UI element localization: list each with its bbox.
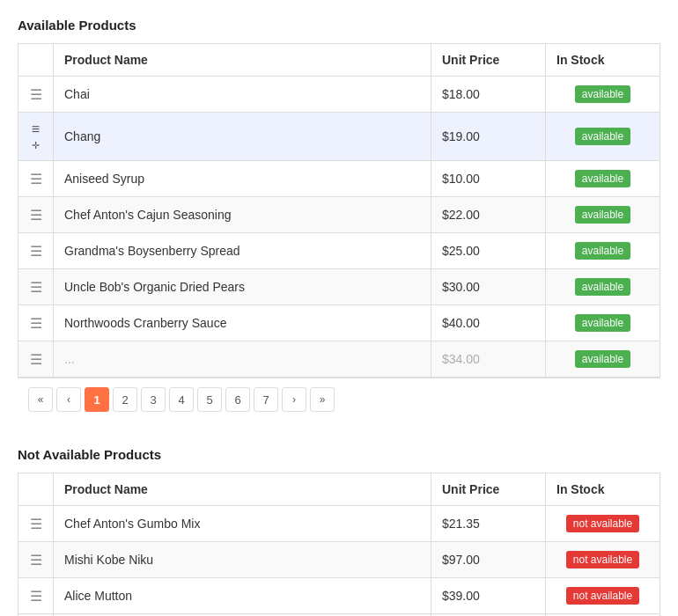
stock-cell: available — [546, 269, 660, 305]
unit-price-cell: $21.35 — [431, 506, 546, 542]
product-name-cell: Chef Anton's Gumbo Mix — [54, 506, 431, 542]
available-badge: available — [575, 170, 630, 187]
unit-price-cell: $25.00 — [431, 233, 546, 269]
page-6-btn[interactable]: 6 — [225, 387, 250, 412]
page-2-btn[interactable]: 2 — [113, 387, 137, 412]
not-available-badge: not available — [566, 551, 639, 568]
in-stock-header-2: In Stock — [546, 473, 660, 506]
page-4-btn[interactable]: 4 — [169, 387, 194, 412]
page-next-btn[interactable]: › — [282, 387, 306, 412]
stock-cell: available — [546, 305, 660, 341]
not-available-section-title: Not Available Products — [18, 447, 660, 462]
not-available-products-table: Product Name Unit Price In Stock ☰ Chef … — [18, 473, 660, 616]
product-name-cell: Chai — [54, 77, 431, 113]
product-name-cell: Mishi Kobe Niku — [54, 542, 431, 578]
available-products-section: Available Products Product Name Unit Pri… — [18, 18, 660, 421]
stock-cell: available — [546, 77, 660, 113]
unit-price-cell: $22.00 — [431, 197, 546, 233]
table-row: ☰ Mishi Kobe Niku $97.00 not available — [18, 542, 660, 578]
unit-price-header: Unit Price — [431, 44, 546, 77]
in-stock-header: In Stock — [546, 44, 660, 77]
drag-header-2 — [18, 473, 54, 506]
product-name-cell: ... — [54, 341, 431, 378]
available-badge: available — [575, 206, 630, 224]
unit-price-cell: $30.00 — [431, 269, 546, 305]
product-name-cell: Grandma's Boysenberry Spread — [54, 233, 431, 269]
drag-handle[interactable]: ☰ — [18, 305, 54, 341]
table-row: ☰ Alice Mutton $39.00 not available — [18, 578, 660, 614]
table-row: ☰ Chai $18.00 available — [18, 77, 660, 113]
product-name-cell: Aniseed Syrup — [54, 161, 431, 197]
drag-handle[interactable]: ☰ — [18, 542, 54, 578]
page-1-btn[interactable]: 1 — [85, 387, 109, 412]
page-last-btn[interactable]: » — [310, 387, 335, 412]
product-name-cell: Chang — [54, 113, 431, 161]
product-name-cell: Alice Mutton — [54, 578, 431, 614]
product-name-cell: Chef Anton's Cajun Seasoning — [54, 197, 431, 233]
stock-cell: not available — [546, 506, 660, 542]
pagination-available: « ‹ 1 2 3 4 5 6 7 › » — [18, 378, 660, 421]
product-name-header-2: Product Name — [54, 473, 431, 506]
product-name-cell: Uncle Bob's Organic Dried Pears — [54, 269, 431, 305]
table-row: ☰ Grandma's Boysenberry Spread $25.00 av… — [18, 233, 660, 269]
table-row: ☰ ... $34.00 available — [18, 341, 660, 378]
drag-handle[interactable]: ☰ — [18, 197, 54, 233]
available-section-title: Available Products — [18, 18, 660, 33]
page-first-btn[interactable]: « — [28, 387, 53, 412]
unit-price-header-2: Unit Price — [431, 473, 546, 506]
unit-price-cell: $18.00 — [431, 77, 546, 113]
table-row: ≡ ✛ Chang $19.00 available — [18, 113, 660, 161]
product-name-header: Product Name — [54, 44, 431, 77]
unit-price-cell: $19.00 — [431, 113, 546, 161]
not-available-badge: not available — [566, 515, 639, 532]
table-header-row: Product Name Unit Price In Stock — [18, 44, 660, 77]
page-5-btn[interactable]: 5 — [197, 387, 222, 412]
drag-handle[interactable]: ☰ — [18, 77, 54, 113]
unit-price-cell: $10.00 — [431, 161, 546, 197]
available-badge: available — [575, 242, 630, 260]
table-row: ☰ Uncle Bob's Organic Dried Pears $30.00… — [18, 269, 660, 305]
table-row: ☰ Aniseed Syrup $10.00 available — [18, 161, 660, 197]
drag-handle[interactable]: ≡ ✛ — [18, 113, 54, 161]
stock-cell: available — [546, 233, 660, 269]
available-badge: available — [575, 278, 630, 296]
unit-price-cell: $97.00 — [431, 542, 546, 578]
available-badge: available — [575, 350, 630, 368]
drag-header — [18, 44, 54, 77]
page-7-btn[interactable]: 7 — [254, 387, 278, 412]
drag-handle[interactable]: ☰ — [18, 161, 54, 197]
drag-handle[interactable]: ☰ — [18, 506, 54, 542]
drag-handle[interactable]: ☰ — [18, 269, 54, 305]
available-badge: available — [575, 85, 630, 103]
drag-handle[interactable]: ☰ — [18, 233, 54, 269]
not-available-badge: not available — [566, 587, 639, 605]
stock-cell: not available — [546, 542, 660, 578]
product-name-cell: Northwoods Cranberry Sauce — [54, 305, 431, 341]
table-row: ☰ Chef Anton's Cajun Seasoning $22.00 av… — [18, 197, 660, 233]
available-badge: available — [575, 314, 630, 332]
unit-price-cell: $34.00 — [431, 341, 546, 378]
stock-cell: available — [546, 197, 660, 233]
unit-price-cell: $39.00 — [431, 578, 546, 614]
stock-cell: available — [546, 341, 660, 378]
available-products-table: Product Name Unit Price In Stock ☰ Chai … — [18, 43, 660, 378]
unit-price-cell: $40.00 — [431, 305, 546, 341]
drag-handle[interactable]: ☰ — [18, 341, 54, 378]
table-row: ☰ Northwoods Cranberry Sauce $40.00 avai… — [18, 305, 660, 341]
stock-cell: available — [546, 161, 660, 197]
not-available-products-section: Not Available Products Product Name Unit… — [18, 447, 660, 616]
stock-cell: available — [546, 113, 660, 161]
drag-handle[interactable]: ☰ — [18, 578, 54, 614]
available-badge: available — [575, 128, 630, 145]
not-available-header-row: Product Name Unit Price In Stock — [18, 473, 660, 506]
page-prev-btn[interactable]: ‹ — [56, 387, 81, 412]
table-row: ☰ Chef Anton's Gumbo Mix $21.35 not avai… — [18, 506, 660, 542]
stock-cell: not available — [546, 578, 660, 614]
page-3-btn[interactable]: 3 — [141, 387, 166, 412]
